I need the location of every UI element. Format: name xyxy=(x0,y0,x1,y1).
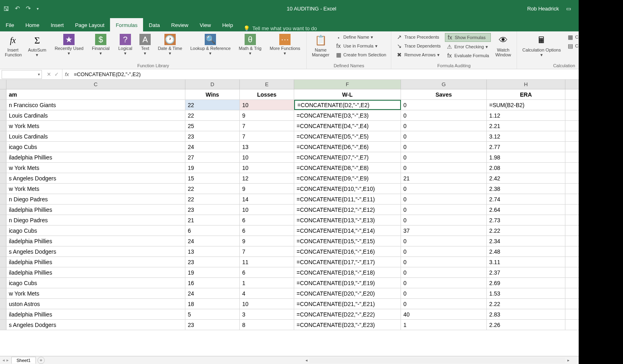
row-header[interactable] xyxy=(0,131,6,141)
row-header[interactable] xyxy=(0,121,6,131)
cell[interactable]: 0 xyxy=(401,278,487,288)
cell[interactable]: =CONCATENATE(D13,"-",E13) xyxy=(294,215,401,225)
calculation-options-button[interactable]: 🖩 Calculation Options ▾ xyxy=(520,33,563,58)
cell[interactable]: =CONCATENATE(D9,"-",E9) xyxy=(294,173,401,183)
cell[interactable]: 7 xyxy=(240,131,294,141)
cell[interactable]: 10 xyxy=(240,299,294,309)
cell[interactable]: 2.64 xyxy=(487,205,565,215)
cell[interactable]: 13 xyxy=(185,246,240,256)
cell[interactable]: =CONCATENATE(D21,"-",E21) xyxy=(294,299,401,309)
col-header-c[interactable]: C xyxy=(6,80,185,89)
cell[interactable]: 11 xyxy=(240,257,294,267)
cell[interactable]: Louis Cardinals xyxy=(6,110,185,120)
row-header[interactable] xyxy=(0,278,6,288)
cell[interactable]: s Angeles Dodgers xyxy=(6,173,185,183)
cell[interactable]: =CONCATENATE(D7,"-",E7) xyxy=(294,152,401,162)
cell[interactable]: 5 xyxy=(185,309,240,319)
row-header[interactable] xyxy=(0,163,6,173)
redo-icon[interactable]: ↷ xyxy=(26,5,31,12)
cell[interactable]: 3.12 xyxy=(487,131,565,141)
sheet-tab[interactable]: Sheet1 xyxy=(11,357,36,364)
cell[interactable]: 2.21 xyxy=(487,121,565,131)
cell[interactable]: 2.48 xyxy=(487,246,565,256)
cell[interactable]: =CONCATENATE(D16,"-",E16) xyxy=(294,246,401,256)
cell[interactable]: w York Mets xyxy=(6,184,185,194)
math-trig-button[interactable]: θ Math & Trig ▾ xyxy=(236,33,264,56)
cell[interactable]: 0 xyxy=(401,257,487,267)
cell[interactable]: 10 xyxy=(240,152,294,162)
cell[interactable]: W-L xyxy=(294,89,401,99)
cell[interactable]: 27 xyxy=(185,152,240,162)
cell[interactable]: 2.38 xyxy=(487,184,565,194)
cell[interactable]: 2.08 xyxy=(487,163,565,173)
row-header[interactable] xyxy=(0,215,6,225)
cell[interactable]: =CONCATENATE(D5,"-",E5) xyxy=(294,131,401,141)
row-header[interactable] xyxy=(0,236,6,246)
save-icon[interactable]: 🖫 xyxy=(3,5,9,12)
cell[interactable]: 16 xyxy=(185,278,240,288)
show-formulas-button[interactable]: fxShow Formulas xyxy=(445,33,491,42)
col-header-e[interactable]: E xyxy=(240,80,294,89)
cell[interactable]: n Diego Padres xyxy=(6,194,185,204)
define-name-button[interactable]: ⬩Define Name ▾ xyxy=(334,33,388,41)
select-all-corner[interactable] xyxy=(0,80,6,89)
cell[interactable]: 2.73 xyxy=(487,215,565,225)
cell[interactable]: s Angeles Dodgers xyxy=(6,246,185,256)
cell[interactable]: 22 xyxy=(185,194,240,204)
sheet-nav[interactable]: ◂▸ xyxy=(0,358,11,363)
cell[interactable]: icago Cubs xyxy=(6,225,185,236)
cancel-formula-icon[interactable]: ✕ xyxy=(47,71,51,77)
insert-function-button[interactable]: fx Insert Function xyxy=(3,33,23,58)
user-name[interactable]: Rob Headrick xyxy=(527,6,559,12)
cell[interactable]: =CONCATENATE(D8,"-",E8) xyxy=(294,163,401,173)
cell[interactable]: 0 xyxy=(401,163,487,173)
cell[interactable]: 9 xyxy=(240,184,294,194)
cell[interactable]: 9 xyxy=(240,110,294,120)
cell[interactable]: icago Cubs xyxy=(6,278,185,288)
lookup-button[interactable]: 🔍 Lookup & Reference ▾ xyxy=(188,33,234,56)
cell[interactable]: 1.53 xyxy=(487,288,565,298)
cell[interactable]: 0 xyxy=(401,142,487,152)
cell[interactable]: 2.22 xyxy=(487,299,565,309)
cell[interactable]: 2.37 xyxy=(487,267,565,277)
cell[interactable]: 6 xyxy=(240,215,294,225)
watch-window-button[interactable]: 👁 Watch Window xyxy=(493,33,513,58)
cell[interactable]: iladelphia Phillies xyxy=(6,257,185,267)
cell[interactable]: =CONCATENATE(D4,"-",E4) xyxy=(294,121,401,131)
cell[interactable]: =CONCATENATE(D15,"-",E15) xyxy=(294,236,401,246)
row-header[interactable] xyxy=(0,205,6,215)
tab-view[interactable]: View xyxy=(194,18,216,31)
nav-next-icon[interactable]: ▸ xyxy=(6,358,9,363)
cell[interactable]: 22 xyxy=(185,100,240,110)
col-header-h[interactable]: H xyxy=(487,80,565,89)
cell[interactable]: 13 xyxy=(240,142,294,152)
cell[interactable]: 0 xyxy=(401,205,487,215)
cell[interactable]: w York Mets xyxy=(6,288,185,298)
cell[interactable]: 1.98 xyxy=(487,152,565,162)
cell[interactable]: 3 xyxy=(240,309,294,319)
cell[interactable]: 2.83 xyxy=(487,309,565,319)
cell[interactable]: 22 xyxy=(185,184,240,194)
horizontal-scrollbar[interactable]: ◂ ▸ xyxy=(48,358,571,363)
col-header-g[interactable]: G xyxy=(401,80,487,89)
cell[interactable]: 24 xyxy=(185,236,240,246)
cell[interactable]: =CONCATENATE(D12,"-",E12) xyxy=(294,205,401,215)
row-header[interactable] xyxy=(0,299,6,309)
cell[interactable]: =CONCATENATE(D2,"-",E2) xyxy=(294,100,401,110)
cell[interactable]: 0 xyxy=(401,194,487,204)
date-time-button[interactable]: 🕐 Date & Time ▾ xyxy=(155,33,185,56)
cell[interactable]: 2.42 xyxy=(487,173,565,183)
cell[interactable]: 0 xyxy=(401,131,487,141)
chevron-down-icon[interactable]: ▾ xyxy=(38,72,40,77)
cell[interactable]: 7 xyxy=(240,121,294,131)
tab-insert[interactable]: Insert xyxy=(45,18,70,31)
cell[interactable]: Louis Cardinals xyxy=(6,131,185,141)
tab-help[interactable]: Help xyxy=(216,18,239,31)
hscroll-right-icon[interactable]: ▸ xyxy=(565,358,571,362)
cell[interactable]: s Angeles Dodgers xyxy=(6,320,185,330)
cell[interactable]: 10 xyxy=(240,205,294,215)
cell[interactable]: =CONCATENATE(D10,"-",E10) xyxy=(294,184,401,194)
evaluate-formula-button[interactable]: fxEvaluate Formula xyxy=(445,52,491,60)
cell[interactable]: =CONCATENATE(D20,"-",E20) xyxy=(294,288,401,298)
row-header[interactable] xyxy=(0,173,6,183)
